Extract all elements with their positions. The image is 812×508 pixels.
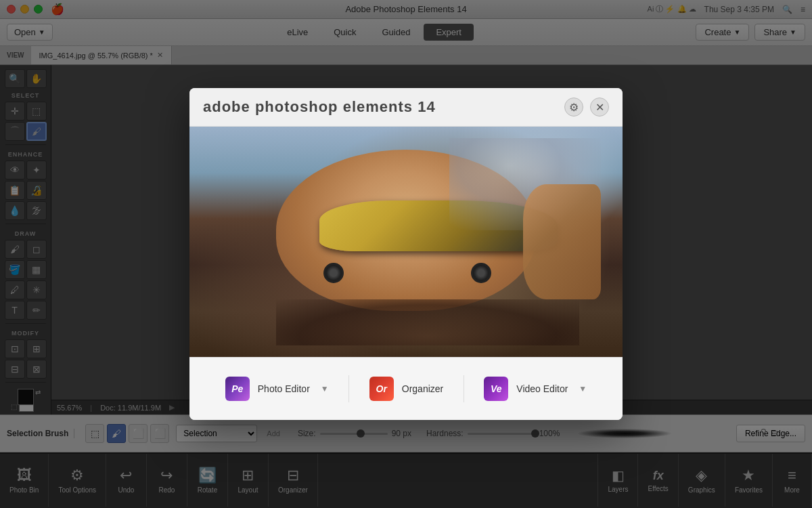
organizer-launcher[interactable]: Or Organizer: [359, 371, 454, 406]
photo-editor-symbol: Pe: [231, 383, 243, 394]
dialog-title-plain: adobe: [203, 98, 255, 115]
organizer-symbol: Or: [376, 383, 387, 394]
organizer-icon-img: Or: [369, 377, 394, 401]
launcher-divider-1: [348, 375, 349, 402]
close-icon: ✕: [595, 101, 604, 114]
organizer-name: Organizer: [402, 383, 443, 394]
dialog-header: adobe photoshop elements 14 ⚙ ✕: [189, 88, 623, 127]
dialog-title-bold: photoshop elements 14: [255, 98, 436, 115]
photo-editor-launcher[interactable]: Pe Photo Editor ▼: [215, 371, 340, 406]
gear-icon: ⚙: [569, 101, 579, 114]
dialog-footer: Pe Photo Editor ▼ Or Organizer Ve Video …: [189, 357, 623, 420]
video-editor-dropdown-icon[interactable]: ▼: [579, 384, 587, 394]
dialog-title: adobe photoshop elements 14: [203, 98, 436, 116]
dialog-overlay: adobe photoshop elements 14 ⚙ ✕: [0, 0, 812, 508]
photo-hand: [523, 184, 601, 299]
photo-editor-dropdown-icon[interactable]: ▼: [321, 384, 329, 394]
dialog-photo: [189, 127, 623, 357]
video-editor-launcher[interactable]: Ve Video Editor ▼: [473, 371, 597, 406]
photo-editor-icon: Pe: [225, 377, 250, 401]
dialog-header-buttons: ⚙ ✕: [564, 98, 609, 117]
photo-editor-name: Photo Editor: [258, 383, 310, 394]
video-editor-name: Video Editor: [516, 383, 568, 394]
dialog-settings-button[interactable]: ⚙: [564, 98, 583, 117]
video-editor-symbol: Ve: [491, 383, 502, 394]
video-editor-icon: Ve: [484, 377, 508, 401]
welcome-dialog: adobe photoshop elements 14 ⚙ ✕: [189, 88, 623, 420]
dialog-close-button[interactable]: ✕: [590, 98, 609, 117]
launcher-divider-2: [464, 375, 464, 402]
photo-shadow: [276, 299, 579, 345]
photo-wheel-right: [471, 263, 491, 283]
